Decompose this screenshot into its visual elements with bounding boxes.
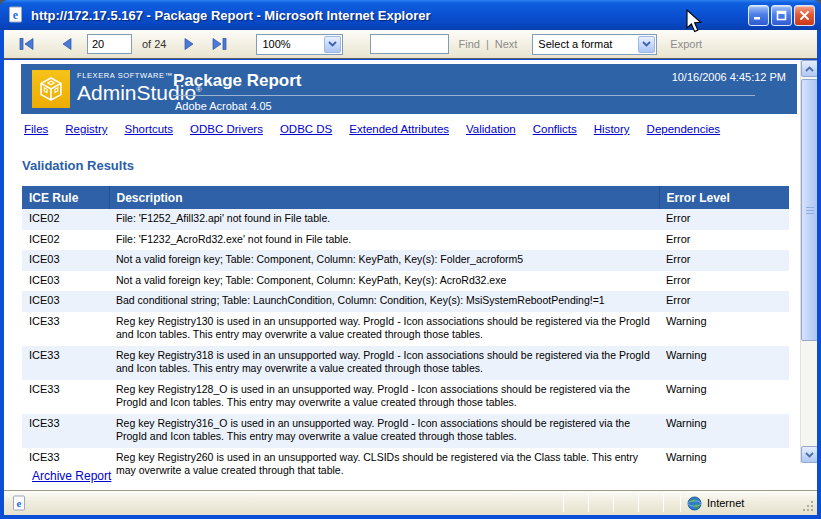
find-next-button[interactable]: Next [495,38,518,50]
cell-desc: Reg key Registry128_O is used in an unsu… [109,380,659,414]
cell-desc: File: 'F1232_AcroRd32.exe' not found in … [109,230,659,251]
cell-desc: File: 'F1252_Afill32.api' not found in F… [109,209,659,230]
next-page-button[interactable] [182,36,197,52]
zoom-value: 100% [257,38,323,50]
cell-rule: ICE33 [22,346,109,380]
nav-link-registry[interactable]: Registry [65,123,107,135]
scroll-up-button[interactable] [801,60,817,77]
last-page-button[interactable] [210,36,229,52]
status-bar: e Internet [4,490,817,515]
find-button[interactable]: Find [458,38,479,50]
title-divider [173,95,755,96]
cube-icon [37,75,65,103]
zone-label: Internet [707,497,744,509]
page-number-input[interactable] [87,34,132,54]
chevron-up-icon [805,66,814,72]
nav-link-extended-attributes[interactable]: Extended Attributes [349,123,449,135]
close-button[interactable] [794,5,815,26]
nav-link-odbc-drivers[interactable]: ODBC Drivers [190,123,263,135]
report-title: Package Report [173,71,302,91]
cell-level: Warning [659,346,789,380]
export-button[interactable]: Export [670,38,702,50]
report-nav: FilesRegistryShortcutsODBC DriversODBC D… [24,123,787,135]
export-format-value: Select a format [533,38,637,50]
title-bar[interactable]: e http://172.17.5.167 - Package Report -… [0,0,821,30]
cell-desc: Bad conditional string; Table: LaunchCon… [109,291,659,312]
nav-link-dependencies[interactable]: Dependencies [647,123,721,135]
status-divider [638,495,639,512]
cell-desc: Reg key Registry318 is used in an unsupp… [109,346,659,380]
table-row: ICE03Not a valid foreign key; Table: Com… [22,250,789,271]
table-row: ICE33Reg key Registry316_O is used in an… [22,414,789,448]
adminstudio-logo [32,70,70,108]
svg-text:e: e [17,497,22,509]
resize-grip[interactable] [802,500,815,513]
maximize-button[interactable] [771,5,792,26]
status-divider [663,495,664,512]
chevron-down-icon [805,452,814,458]
table-row: ICE33Reg key Registry318 is used in an u… [22,346,789,380]
archive-report-link[interactable]: Archive Report [32,469,111,483]
table-row: ICE03Not a valid foreign key; Table: Com… [22,271,789,292]
export-format-select[interactable]: Select a format [532,34,657,55]
cell-rule: ICE33 [22,414,109,448]
nav-link-conflicts[interactable]: Conflicts [533,123,577,135]
cell-level: Error [659,291,789,312]
ie-page-icon: e [7,6,25,24]
svg-text:e: e [13,8,19,22]
col-ice-rule: ICE Rule [22,186,109,209]
cell-desc: Reg key Registry260 is used in an unsupp… [109,448,659,482]
cell-level: Warning [659,448,789,482]
chevron-down-icon[interactable] [638,36,655,53]
zoom-select[interactable]: 100% [256,34,343,55]
cell-level: Error [659,230,789,251]
cell-desc: Reg key Registry130 is used in an unsupp… [109,312,659,346]
cell-rule: ICE02 [22,209,109,230]
report-toolbar: of 24 100% Find | Next Select a format E… [4,30,817,59]
scrollbar-thumb[interactable] [801,79,817,341]
scroll-down-button[interactable] [801,446,817,463]
first-page-button[interactable] [17,36,36,52]
col-description: Description [109,186,659,209]
nav-link-odbc-ds[interactable]: ODBC DS [280,123,332,135]
validation-table: ICE Rule Description Error Level ICE02Fi… [22,186,789,482]
cell-rule: ICE33 [22,312,109,346]
cell-rule: ICE03 [22,271,109,292]
page-count-label: of 24 [142,38,166,50]
browser-window: e http://172.17.5.167 - Package Report -… [0,0,821,519]
cell-level: Error [659,250,789,271]
table-row: ICE02File: 'F1252_Afill32.api' not found… [22,209,789,230]
cell-rule: ICE03 [22,250,109,271]
find-text-input[interactable] [370,34,449,54]
table-row: ICE03Bad conditional string; Table: Laun… [22,291,789,312]
status-divider [680,495,681,512]
nav-link-files[interactable]: Files [24,123,48,135]
table-row: ICE33Reg key Registry128_O is used in an… [22,380,789,414]
globe-icon [687,496,702,511]
cell-rule: ICE03 [22,291,109,312]
status-divider [588,495,589,512]
nav-link-history[interactable]: History [594,123,630,135]
vertical-scrollbar[interactable] [800,60,817,463]
section-title: Validation Results [22,158,134,173]
cell-desc: Not a valid foreign key; Table: Componen… [109,250,659,271]
nav-link-shortcuts[interactable]: Shortcuts [124,123,173,135]
report-banner: FLEXERA SOFTWARE™ AdminStudio® Package R… [21,64,797,114]
thumb-grip [806,207,814,215]
report-timestamp: 10/16/2006 4:45:12 PM [672,71,786,83]
window-title: http://172.17.5.167 - Package Report - M… [31,8,746,23]
table-row: ICE33Reg key Registry130 is used in an u… [22,312,789,346]
last-page-icon [212,38,227,50]
cell-desc: Reg key Registry316_O is used in an unsu… [109,414,659,448]
status-divider [563,495,564,512]
prev-page-button[interactable] [59,36,74,52]
minimize-button[interactable] [748,5,769,26]
package-name: Adobe Acrobat 4.05 [175,100,272,112]
col-error-level: Error Level [659,186,789,209]
maximize-icon [776,10,787,21]
nav-link-validation[interactable]: Validation [466,123,516,135]
table-header-row: ICE Rule Description Error Level [22,186,789,209]
close-icon [799,10,810,21]
chevron-down-icon[interactable] [324,36,341,53]
first-page-icon [19,38,34,50]
